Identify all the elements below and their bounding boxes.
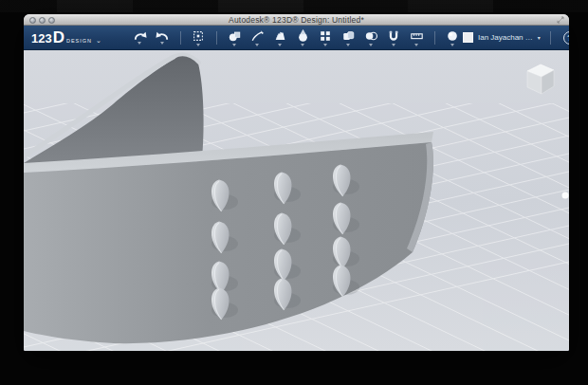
primitives-button[interactable] (225, 27, 245, 49)
viewport-canvas[interactable] (24, 50, 569, 351)
primitives-icon (228, 29, 242, 43)
caret-down-icon: ▾ (538, 34, 541, 41)
caret-down-icon (278, 44, 282, 46)
app-window: Autodesk® 123D® Design: Untitled* 123 D … (24, 14, 569, 351)
brand-design-label: DESIGN (66, 38, 92, 44)
minimize-button[interactable] (39, 17, 46, 24)
sketch-button[interactable] (248, 27, 267, 49)
modify-button[interactable] (293, 27, 313, 49)
app-menu-button[interactable]: 123 D DESIGN ⌄ (31, 28, 101, 47)
caret-down-icon (414, 44, 418, 46)
caret-down-icon (232, 44, 236, 46)
transform-icon (192, 29, 205, 43)
construct-icon (273, 29, 287, 43)
construct-button[interactable] (270, 27, 290, 49)
toolbar-account-area: Ian Jayachan … ▾ ? (463, 31, 569, 45)
close-button[interactable] (29, 17, 36, 24)
chevron-down-icon: ⌄ (96, 37, 101, 45)
main-toolbar: 123 D DESIGN ⌄ (24, 26, 569, 50)
brand-123: 123 (31, 31, 52, 46)
caret-down-icon (160, 42, 164, 45)
caret-down-icon (255, 44, 259, 46)
undo-icon (133, 30, 147, 41)
caret-down-icon (346, 44, 350, 46)
toolbar-separator (434, 31, 435, 45)
modify-icon (296, 29, 310, 43)
nav-dot[interactable] (562, 192, 569, 199)
toolbar-separator (216, 31, 217, 45)
material-sphere-icon (446, 29, 459, 43)
caret-down-icon (323, 44, 327, 46)
redo-icon (156, 30, 170, 41)
measure-button[interactable] (407, 27, 427, 49)
zoom-button[interactable] (48, 17, 55, 24)
grouping-button[interactable] (339, 27, 358, 49)
material-button[interactable] (443, 27, 463, 49)
caret-down-icon (196, 44, 200, 46)
brand-d: D (53, 28, 64, 47)
tool-strip (130, 27, 463, 49)
snap-magnet-icon (387, 29, 400, 43)
undo-button[interactable] (130, 27, 150, 49)
caret-down-icon (138, 42, 141, 45)
redo-button[interactable] (153, 27, 173, 49)
toolbar-separator (550, 31, 551, 45)
caret-down-icon (301, 44, 304, 46)
pattern-button[interactable] (316, 27, 336, 49)
help-button[interactable]: ? (563, 31, 569, 45)
measure-ruler-icon (410, 29, 424, 43)
caret-down-icon (369, 44, 373, 46)
transform-button[interactable] (189, 27, 209, 49)
account-menu[interactable]: Ian Jayachan … (478, 33, 533, 42)
titlebar: Autodesk® 123D® Design: Untitled* (24, 14, 569, 26)
caret-down-icon (392, 44, 395, 46)
window-title: Autodesk® 123D® Design: Untitled* (229, 15, 364, 25)
combine-icon (364, 29, 378, 43)
combine-button[interactable] (361, 27, 381, 49)
sketch-icon (250, 29, 265, 43)
snap-button[interactable] (384, 27, 404, 49)
viewport-3d[interactable] (24, 50, 569, 351)
pattern-icon (319, 29, 332, 43)
grouping-icon (341, 29, 356, 43)
caret-down-icon (450, 44, 454, 46)
window-controls (29, 17, 55, 24)
avatar[interactable] (463, 32, 473, 43)
toolbar-separator (180, 31, 181, 45)
resize-arrows-icon[interactable] (557, 16, 564, 24)
desktop-background-strip (0, 0, 588, 12)
